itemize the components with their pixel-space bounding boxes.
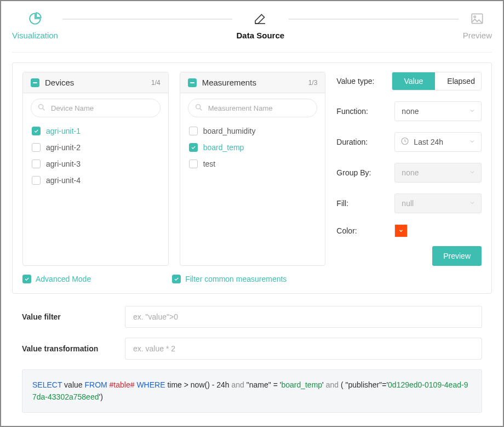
sql-logic: and (232, 380, 244, 389)
advanced-mode-label: Advanced Mode (36, 275, 91, 283)
devices-item-label: agri-unit-2 (46, 143, 81, 152)
sql-token: ( "publisher"=' (341, 380, 388, 389)
chevron-down-icon (469, 168, 476, 177)
step-visualization-label: Visualization (12, 31, 58, 40)
query-preview: SELECT value FROM #table# WHERE time > n… (22, 369, 482, 413)
sql-keyword: WHERE (136, 380, 165, 389)
duration-value: Last 24h (414, 138, 443, 146)
measurements-panel-count: 1/3 (308, 79, 318, 87)
group-by-label: Group By: (336, 168, 387, 177)
measurements-search-input[interactable] (188, 99, 318, 117)
divider (12, 52, 492, 53)
measurements-list: board_humidityboard_temptest (188, 123, 318, 172)
preview-button[interactable]: Preview (432, 246, 482, 266)
sql-keyword: FROM (84, 380, 107, 389)
measurements-item[interactable]: board_temp (188, 139, 318, 156)
devices-item[interactable]: agri-unit-2 (31, 139, 161, 156)
search-icon (37, 103, 46, 112)
fill-select[interactable]: null (394, 193, 482, 213)
checkbox-icon (32, 127, 41, 135)
function-label: Function: (336, 107, 387, 116)
duration-select[interactable]: Last 24h (394, 132, 482, 152)
stepper-connector (289, 19, 459, 20)
devices-item-label: agri-unit-1 (46, 127, 81, 135)
filters-section: Value filter Value transformation (12, 306, 492, 360)
sql-keyword: SELECT (32, 380, 62, 389)
fill-value: null (402, 199, 414, 208)
sql-table: #table# (110, 380, 135, 389)
value-type-segmented: Value Elapsed (392, 72, 482, 90)
sql-logic: and (326, 380, 339, 389)
checkbox-icon (32, 160, 41, 168)
duration-label: Duration: (336, 138, 387, 146)
svg-point-1 (474, 16, 476, 18)
fill-label: Fill: (336, 199, 387, 208)
sql-string: board_temp (281, 380, 322, 389)
step-datasource[interactable]: Data Source (237, 11, 285, 40)
devices-item[interactable]: agri-unit-3 (31, 156, 161, 172)
chevron-down-icon (469, 199, 476, 208)
measurements-panel-title: Measurements (202, 78, 303, 87)
pencil-icon (253, 11, 268, 26)
filter-common-label: Filter common measurements (185, 275, 287, 283)
search-icon (194, 103, 203, 112)
checkbox-icon (32, 176, 41, 185)
devices-select-all-checkbox[interactable] (31, 78, 39, 87)
sql-token: ') (99, 392, 102, 401)
value-type-label: Value type: (336, 77, 383, 86)
stepper: Visualization Data Source Preview (12, 11, 492, 40)
clock-icon (400, 137, 409, 147)
value-filter-input[interactable] (125, 306, 482, 328)
devices-panel-title: Devices (45, 78, 146, 87)
stepper-connector (62, 19, 232, 20)
color-label: Color: (336, 226, 387, 235)
devices-panel: Devices 1/4 agri-unit-1agri-unit-2agri-u… (22, 72, 169, 266)
measurements-select-all-checkbox[interactable] (188, 78, 197, 87)
sql-expr: time > now() - 24h (167, 380, 229, 389)
function-value: none (402, 107, 419, 116)
checkbox-icon (32, 143, 41, 152)
pie-chart-icon (27, 11, 43, 26)
step-preview[interactable]: Preview (463, 11, 492, 40)
datasource-card: Devices 1/4 agri-unit-1agri-unit-2agri-u… (12, 62, 492, 294)
settings-column: Value type: Value Elapsed Function: none… (336, 72, 482, 266)
checkbox-icon (172, 275, 181, 283)
sql-token: "name" = ' (247, 380, 282, 389)
filter-common-toggle[interactable]: Filter common measurements (172, 275, 287, 283)
step-datasource-label: Data Source (237, 31, 285, 40)
devices-search-input[interactable] (31, 99, 161, 117)
measurements-panel: Measurements 1/3 board_humidityboard_tem… (180, 72, 326, 266)
measurements-item-label: test (203, 160, 216, 168)
value-filter-label: Value filter (22, 312, 115, 321)
image-icon (469, 11, 485, 26)
function-select[interactable]: none (394, 101, 482, 121)
measurements-item[interactable]: test (188, 156, 318, 172)
advanced-mode-toggle[interactable]: Advanced Mode (22, 275, 91, 283)
color-picker[interactable] (394, 224, 408, 237)
measurements-item[interactable]: board_humidity (188, 123, 318, 139)
chevron-down-icon (469, 107, 476, 116)
svg-point-2 (39, 105, 43, 109)
devices-panel-count: 1/4 (151, 79, 161, 87)
devices-item[interactable]: agri-unit-1 (31, 123, 161, 139)
measurements-item-label: board_humidity (203, 127, 256, 135)
group-by-value: none (402, 168, 419, 177)
checkbox-icon (22, 275, 31, 283)
checkbox-icon (189, 127, 198, 135)
devices-item[interactable]: agri-unit-4 (31, 172, 161, 189)
value-transformation-label: Value transformation (22, 344, 115, 353)
devices-item-label: agri-unit-4 (46, 176, 81, 185)
chevron-down-icon (469, 138, 476, 146)
checkbox-icon (189, 160, 198, 168)
color-swatch-inner (395, 225, 407, 237)
measurements-item-label: board_temp (203, 143, 244, 152)
value-type-elapsed-button[interactable]: Elapsed (435, 72, 482, 90)
group-by-select[interactable]: none (394, 163, 482, 183)
devices-item-label: agri-unit-3 (46, 160, 81, 168)
devices-list: agri-unit-1agri-unit-2agri-unit-3agri-un… (31, 123, 161, 189)
checkbox-icon (189, 143, 198, 152)
sql-token: ' (322, 380, 324, 389)
value-type-value-button[interactable]: Value (392, 72, 436, 90)
step-visualization[interactable]: Visualization (12, 11, 58, 40)
value-transformation-input[interactable] (125, 338, 482, 360)
